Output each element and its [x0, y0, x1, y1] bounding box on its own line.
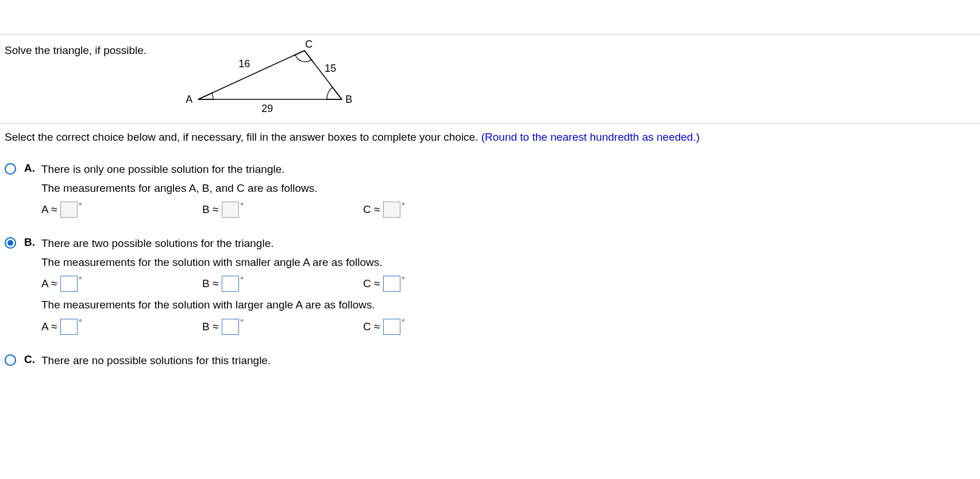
- choice-a-line1: There is only one possible solution for …: [41, 162, 975, 177]
- choices-list: A. There is only one possible solution f…: [0, 150, 980, 402]
- choice-b-var-a1: A ≈: [41, 277, 57, 290]
- degree-symbol: °: [240, 201, 243, 210]
- radio-c[interactable]: [5, 354, 16, 366]
- choice-b-input-c1[interactable]: [383, 276, 400, 292]
- choice-b-var-c1: C ≈: [363, 277, 380, 290]
- svg-line-6: [304, 51, 313, 62]
- choice-b-input-b2[interactable]: [222, 319, 239, 335]
- svg-line-2: [198, 92, 213, 99]
- radio-a[interactable]: [5, 163, 16, 175]
- degree-symbol: °: [79, 201, 82, 210]
- choice-b-line3: The measurements for the solution with l…: [41, 298, 975, 313]
- choice-b-var-c2: C ≈: [363, 320, 380, 333]
- choice-c-line1: There are no possible solutions for this…: [41, 353, 975, 369]
- problem-section: Solve the triangle, if possible. A B C 1…: [0, 34, 980, 123]
- choice-b-line2: The measurements for the solution with s…: [41, 255, 975, 271]
- svg-line-4: [331, 86, 342, 99]
- choice-b: B. There are two possible solutions for …: [5, 236, 975, 341]
- degree-symbol: °: [402, 201, 404, 210]
- side-ac-label: 16: [238, 58, 250, 70]
- choice-a-var-a: A ≈: [41, 203, 57, 216]
- degree-symbol: °: [79, 318, 82, 326]
- choice-b-var-a2: A ≈: [41, 320, 57, 333]
- side-ab-label: 29: [261, 103, 273, 115]
- choice-a-letter: A.: [24, 162, 41, 175]
- choice-b-input-a1[interactable]: [60, 276, 78, 292]
- choice-a-line2: The measurements for angles A, B, and C …: [41, 181, 975, 196]
- instruction-text: Select the correct choice below and, if …: [5, 131, 481, 143]
- choice-b-var-b1: B ≈: [202, 277, 218, 290]
- choice-a-input-c[interactable]: [383, 202, 400, 218]
- instruction-section: Select the correct choice below and, if …: [0, 123, 980, 150]
- choice-a: A. There is only one possible solution f…: [5, 162, 975, 223]
- degree-symbol: °: [402, 318, 404, 326]
- choice-a-input-b[interactable]: [222, 202, 239, 218]
- vertex-a-label: A: [186, 94, 192, 106]
- choice-c-letter: C.: [24, 353, 41, 366]
- degree-symbol: °: [79, 275, 82, 284]
- choice-a-var-c: C ≈: [363, 203, 380, 216]
- radio-b[interactable]: [5, 237, 16, 249]
- svg-marker-0: [198, 51, 342, 99]
- vertex-c-label: C: [305, 38, 312, 51]
- choice-a-input-a[interactable]: [60, 202, 78, 218]
- round-note: (Round to the nearest hundredth as neede…: [481, 131, 700, 143]
- triangle-diagram: A B C 16 15 29: [181, 42, 365, 117]
- choice-b-input-c2[interactable]: [383, 319, 400, 335]
- problem-prompt: Solve the triangle, if possible.: [5, 42, 146, 57]
- choice-b-letter: B.: [24, 236, 41, 249]
- vertex-b-label: B: [345, 94, 352, 106]
- choice-a-var-b: B ≈: [202, 203, 218, 216]
- choice-c: C. There are no possible solutions for t…: [5, 353, 975, 372]
- choice-b-input-a2[interactable]: [60, 319, 78, 335]
- choice-b-input-b1[interactable]: [222, 276, 239, 292]
- choice-b-line1: There are two possible solutions for the…: [41, 236, 975, 252]
- side-bc-label: 15: [325, 63, 336, 75]
- degree-symbol: °: [240, 318, 243, 326]
- degree-symbol: °: [240, 275, 243, 284]
- choice-b-var-b2: B ≈: [202, 320, 218, 333]
- degree-symbol: °: [402, 275, 404, 284]
